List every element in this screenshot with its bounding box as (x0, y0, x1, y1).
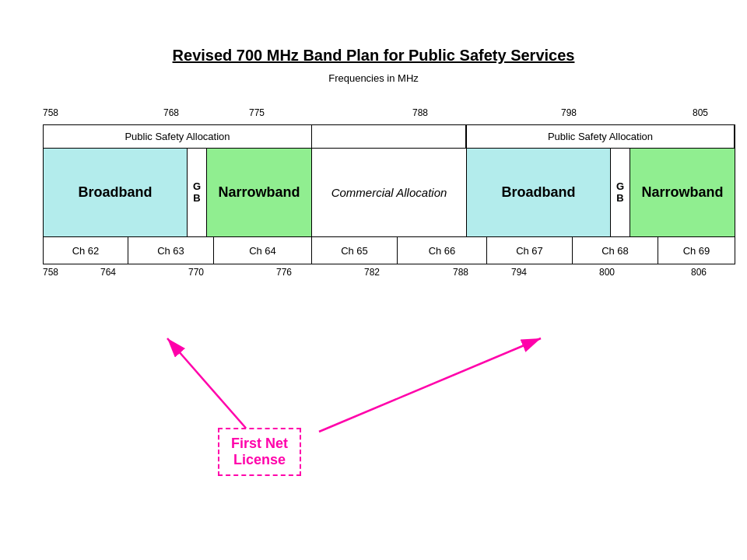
ps-label-row: Public Safety Allocation Public Safety A… (44, 125, 735, 149)
ch-65: Ch 65 (312, 237, 398, 264)
diagram-area: 758 768 775 788 798 805 Public Safety Al… (43, 107, 735, 282)
bot-label-794: 794 (511, 267, 527, 278)
bot-label-764: 764 (100, 267, 116, 278)
ch-66: Ch 66 (398, 237, 487, 264)
commercial-center: Commercial Allocation (312, 149, 466, 236)
broadband-left: Broadband (44, 149, 188, 236)
bot-label-770: 770 (188, 267, 204, 278)
ch-63: Ch 63 (128, 237, 214, 264)
ch-67: Ch 67 (487, 237, 573, 264)
page-container: Revised 700 MHz Band Plan for Public Saf… (0, 0, 747, 560)
svg-line-2 (167, 338, 249, 432)
ch-62: Ch 62 (44, 237, 128, 264)
top-labels: 758 768 775 788 798 805 (43, 107, 735, 123)
bot-label-782: 782 (364, 267, 380, 278)
top-label-775: 775 (249, 107, 265, 118)
channel-row: Ch 62 Ch 63 Ch 64 Ch 65 Ch 66 Ch 67 Ch 6… (44, 236, 735, 264)
ch-69: Ch 69 (658, 237, 735, 264)
top-label-768: 768 (163, 107, 179, 118)
gb-right: GB (611, 149, 630, 236)
svg-line-3 (319, 338, 541, 432)
top-label-788: 788 (412, 107, 428, 118)
top-label-805: 805 (693, 107, 708, 118)
commercial-space (312, 125, 466, 148)
top-label-798: 798 (561, 107, 577, 118)
narrowband-left: Narrowband (207, 149, 311, 236)
top-label-758: 758 (43, 107, 58, 118)
bot-label-776: 776 (276, 267, 292, 278)
bottom-labels: 758 764 770 776 782 788 794 800 806 (43, 267, 735, 282)
ps-left-label: Public Safety Allocation (44, 125, 312, 148)
content-row: Broadband GB Narrowband Commercial Alloc… (44, 149, 735, 236)
bot-label-788: 788 (453, 267, 468, 278)
subtitle: Frequencies in MHz (0, 72, 747, 84)
page-title: Revised 700 MHz Band Plan for Public Saf… (0, 0, 747, 72)
gb-left: GB (188, 149, 207, 236)
bot-label-758: 758 (43, 267, 58, 278)
left-ps-section: Broadband GB Narrowband (44, 149, 312, 236)
broadband-right: Broadband (467, 149, 611, 236)
ch-64: Ch 64 (214, 237, 312, 264)
ch-68: Ch 68 (573, 237, 658, 264)
firstnet-label: First NetLicense (231, 436, 288, 467)
bot-label-806: 806 (691, 267, 707, 278)
firstnet-box: First NetLicense (218, 428, 301, 476)
bot-label-800: 800 (599, 267, 615, 278)
right-ps-section: Broadband GB Narrowband (466, 149, 735, 236)
narrowband-right: Narrowband (630, 149, 735, 236)
ps-right-label: Public Safety Allocation (466, 125, 735, 148)
band-diagram: Public Safety Allocation Public Safety A… (43, 124, 735, 264)
